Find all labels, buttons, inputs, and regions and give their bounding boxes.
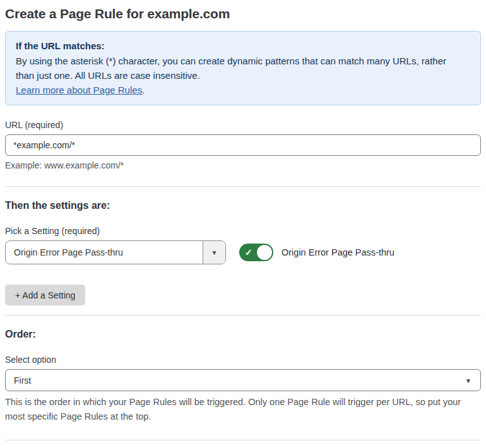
setting-row: Origin Error Page Pass-thru ▼ ✓ Origin E…: [5, 240, 481, 264]
setting-toggle-label: Origin Error Page Pass-thru: [282, 247, 394, 257]
chevron-down-icon: ▼: [211, 249, 218, 256]
setting-toggle[interactable]: ✓: [239, 244, 273, 261]
info-banner-link-line: Learn more about Page Rules.: [16, 83, 470, 97]
url-field-label: URL (required): [5, 120, 481, 130]
check-icon: ✓: [245, 247, 252, 257]
caret-down-icon: ▼: [465, 377, 471, 384]
order-select-value: First: [14, 375, 31, 386]
toggle-knob: [257, 245, 272, 260]
setting-dropdown-value: Origin Error Page Pass-thru: [6, 241, 203, 264]
url-input[interactable]: [5, 134, 481, 156]
dropdown-arrow-button[interactable]: ▼: [203, 241, 225, 264]
order-select[interactable]: First ▼: [5, 369, 481, 391]
learn-more-link[interactable]: Learn more about Page Rules: [16, 85, 142, 95]
divider: [5, 440, 481, 440]
url-match-info-banner: If the URL matches: By using the asteris…: [5, 31, 481, 105]
order-section-heading: Order:: [5, 329, 481, 340]
create-page-rule-form: Create a Page Rule for example.com If th…: [0, 0, 486, 448]
setting-dropdown[interactable]: Origin Error Page Pass-thru ▼: [5, 240, 226, 264]
add-setting-button[interactable]: + Add a Setting: [5, 285, 85, 305]
pick-setting-label: Pick a Setting (required): [5, 226, 481, 236]
info-banner-body: By using the asterisk (*) character, you…: [16, 54, 458, 83]
link-period: .: [142, 85, 145, 95]
order-select-label: Select option: [5, 355, 481, 365]
divider: [5, 315, 481, 315]
settings-section-heading: Then the settings are:: [5, 200, 481, 211]
url-example-helper: Example: www.example.com/*: [5, 160, 481, 170]
page-title: Create a Page Rule for example.com: [5, 6, 481, 21]
order-helper-text: This is the order in which your Page Rul…: [5, 395, 475, 424]
divider: [5, 186, 481, 187]
info-banner-heading: If the URL matches:: [16, 38, 470, 53]
